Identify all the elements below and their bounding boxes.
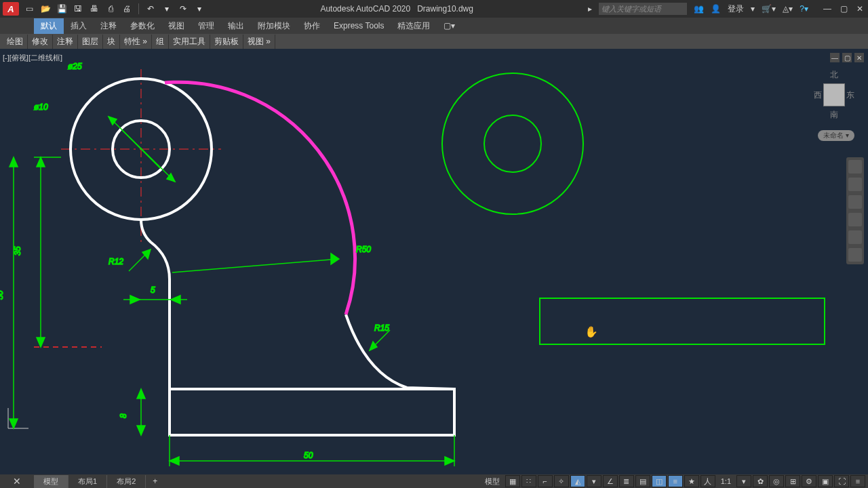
panel-draw[interactable]: 绘图: [3, 35, 28, 49]
lineweight-icon[interactable]: ≣: [619, 475, 634, 487]
tab-insert[interactable]: 插入: [64, 18, 94, 34]
nav-showmotion-icon[interactable]: [848, 230, 862, 244]
workspace-icon[interactable]: ✿: [753, 475, 768, 487]
viewcube[interactable]: 北 西 东 南: [814, 69, 854, 117]
ortho-icon[interactable]: ⌐: [538, 475, 553, 487]
saveas-icon[interactable]: 🖫: [72, 3, 84, 15]
nav-more-icon[interactable]: [848, 248, 862, 262]
isodraft-icon[interactable]: ◭: [570, 475, 585, 487]
scale-label[interactable]: 1:1: [717, 477, 735, 485]
panel-group[interactable]: 组: [152, 35, 169, 49]
tab-output[interactable]: 输出: [221, 18, 251, 34]
redo-drop-icon[interactable]: ▾: [193, 3, 205, 15]
open-icon[interactable]: 📂: [39, 3, 52, 15]
customize-icon[interactable]: ≡: [850, 475, 865, 487]
grid-icon[interactable]: ▦: [505, 475, 520, 487]
nav-pan-icon[interactable]: [848, 178, 862, 191]
scale-drop-icon[interactable]: ▾: [736, 475, 751, 487]
close-icon[interactable]: ✕: [854, 3, 865, 14]
drawing-canvas[interactable]: ø25 ø10 R50 R15 R12 35 50 5 8 50: [0, 49, 868, 474]
app-name: Autodesk AutoCAD 2020: [320, 4, 410, 14]
tab-layout2[interactable]: 布局2: [107, 475, 146, 488]
publish-icon[interactable]: ⎙: [104, 3, 117, 15]
exchange-icon[interactable]: 🛒▾: [762, 4, 776, 14]
save-icon[interactable]: 💾: [56, 3, 68, 15]
svg-marker-34: [171, 296, 180, 304]
panel-annotate[interactable]: 注释: [53, 35, 78, 49]
viewcube-east[interactable]: 东: [846, 89, 854, 101]
tab-express[interactable]: Express Tools: [327, 19, 391, 33]
maximize-icon[interactable]: ▢: [838, 3, 849, 14]
svg-text:ø10: ø10: [34, 102, 48, 112]
minimize-icon[interactable]: —: [822, 3, 833, 14]
qp-icon[interactable]: ★: [684, 475, 699, 487]
plot-icon[interactable]: 🖶: [88, 3, 100, 15]
tab-addins[interactable]: 附加模块: [251, 18, 297, 34]
tab-default[interactable]: 默认: [34, 18, 64, 34]
viewcube-south[interactable]: 南: [814, 109, 854, 121]
nav-orbit-icon[interactable]: [848, 213, 862, 226]
tab-manage[interactable]: 管理: [191, 18, 221, 34]
otrack-icon[interactable]: ∠: [603, 475, 618, 487]
viewcube-north[interactable]: 北: [814, 69, 854, 81]
app-store-icon[interactable]: ◬▾: [783, 4, 793, 14]
selection-cycling-icon[interactable]: ◫: [652, 475, 667, 487]
undo-icon[interactable]: ↶: [144, 3, 157, 15]
transparency-icon[interactable]: ▤: [635, 475, 650, 487]
panel-utilities[interactable]: 实用工具: [169, 35, 210, 49]
anno-monitor-icon[interactable]: ◎: [769, 475, 784, 487]
tab-layout1[interactable]: 布局1: [68, 475, 107, 488]
panel-clipboard[interactable]: 剪贴板: [210, 35, 243, 49]
window-controls: — ▢ ✕: [822, 3, 865, 14]
commandline-close-icon[interactable]: ✕: [0, 476, 34, 487]
hardware-accel-icon[interactable]: ⚙: [802, 475, 816, 487]
svg-line-13: [172, 259, 339, 272]
dimensions: ø25 ø10 R50 R15 R12 35 50 5 8 50: [0, 62, 454, 466]
print-icon[interactable]: 🖨: [121, 3, 133, 15]
tab-extra-icon[interactable]: ▢▾: [437, 19, 462, 33]
dyninput-icon[interactable]: ≡: [668, 475, 683, 487]
signin-drop-icon[interactable]: ▾: [751, 4, 755, 14]
viewcube-west[interactable]: 西: [814, 89, 822, 101]
undo-drop-icon[interactable]: ▾: [161, 3, 173, 15]
polar-icon[interactable]: ✧: [554, 475, 569, 487]
redo-icon[interactable]: ↷: [177, 3, 189, 15]
help-icon[interactable]: ?▾: [800, 4, 808, 14]
units-icon[interactable]: ⊞: [785, 475, 800, 487]
new-icon[interactable]: ▭: [23, 3, 35, 15]
signin-label[interactable]: 登录: [728, 3, 744, 15]
title-bar: A ▭ 📂 💾 🖫 🖶 ⎙ 🖨 ↶ ▾ ↷ ▾ Autodesk AutoCAD…: [0, 0, 868, 18]
tab-view[interactable]: 视图: [161, 18, 191, 34]
panel-view[interactable]: 视图 »: [243, 35, 275, 49]
tab-collaborate[interactable]: 协作: [297, 18, 327, 34]
infocenter-icon[interactable]: 👥: [694, 4, 704, 14]
annoscale-icon[interactable]: 人: [701, 475, 715, 487]
snap-icon[interactable]: ∷: [521, 475, 536, 487]
panel-properties[interactable]: 特性 »: [120, 35, 152, 49]
nav-wheel-icon[interactable]: [848, 160, 862, 174]
search-arrow-icon[interactable]: ▸: [588, 4, 592, 14]
status-model[interactable]: 模型: [481, 476, 504, 487]
tab-parametric[interactable]: 参数化: [123, 18, 161, 34]
panel-modify[interactable]: 修改: [28, 35, 53, 49]
tab-model[interactable]: 模型: [34, 475, 68, 488]
tab-featured[interactable]: 精选应用: [391, 18, 437, 34]
osnap-drop-icon[interactable]: ▾: [587, 475, 601, 487]
svg-marker-21: [142, 249, 151, 259]
search-input[interactable]: 键入关键字或短语: [599, 3, 687, 15]
svg-marker-43: [170, 457, 179, 465]
drawing-viewport[interactable]: [-][俯视][二维线框] — ▢ ✕: [0, 49, 868, 474]
signin-icon[interactable]: 👤: [711, 4, 721, 14]
cleanscreen-icon[interactable]: ⛶: [834, 475, 849, 487]
tab-add-button[interactable]: +: [146, 475, 164, 487]
isolate-icon[interactable]: ▣: [818, 475, 833, 487]
panel-block[interactable]: 块: [103, 35, 120, 49]
svg-point-47: [484, 115, 541, 172]
nav-zoom-icon[interactable]: [848, 195, 862, 209]
viewcube-menu[interactable]: 未命名 ▾: [818, 130, 854, 141]
viewcube-top-face[interactable]: [823, 83, 845, 106]
window-title: Autodesk AutoCAD 2020 Drawing10.dwg: [205, 4, 588, 14]
tab-annotate[interactable]: 注释: [94, 18, 123, 34]
panel-layers[interactable]: 图层: [78, 35, 103, 49]
app-logo[interactable]: A: [3, 2, 19, 16]
